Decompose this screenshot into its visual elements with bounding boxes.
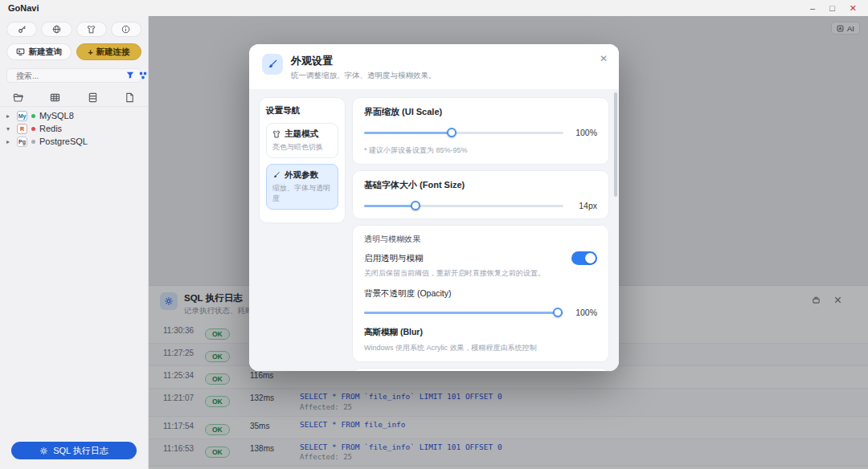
sidebar-tabs	[0, 88, 148, 107]
opacity-label: 背景不透明度 (Opacity)	[364, 288, 597, 300]
ui-scale-value: 100%	[573, 128, 597, 137]
tree-item-label: Redis	[39, 124, 62, 133]
postgresql-icon: Pg	[17, 137, 27, 147]
sidebar-footer: SQL 执行日志	[0, 435, 148, 469]
tree-item-label: MySQL8	[39, 111, 74, 120]
appearance-settings-modal: 外观设置 统一调整缩放、字体、透明度与模糊效果。 ✕ 设置导航 主题模式 亮色与…	[249, 44, 619, 371]
paintbrush-icon	[267, 59, 278, 70]
status-dot-connected	[31, 114, 35, 118]
font-size-card: 基础字体大小 (Font Size) 14px	[352, 170, 609, 219]
slider-thumb[interactable]	[411, 201, 420, 210]
opacity-value: 100%	[573, 308, 597, 317]
connection-tree: ▸ My MySQL8 ▾ R Redis ▸ Pg PostgreSQL	[0, 107, 148, 150]
nav-item-label: 主题模式	[285, 128, 318, 140]
caret-collapsed-icon[interactable]: ▸	[6, 138, 13, 145]
terminal-icon	[16, 47, 25, 56]
window-controls: – □ ✕	[810, 4, 868, 13]
new-query-button[interactable]: 新建查询	[6, 43, 72, 60]
ui-scale-label: 界面缩放 (UI Scale)	[364, 106, 597, 118]
enable-blur-desc: 关闭后保留当前阈值，重新开启时直接恢复之前的设置。	[364, 268, 597, 279]
opacity-slider[interactable]	[364, 312, 563, 314]
sidebar: 新建查询 + 新建连接 ▸ My My	[0, 16, 149, 469]
info-icon	[121, 25, 130, 34]
key-button[interactable]	[6, 22, 37, 37]
font-size-label: 基础字体大小 (Font Size)	[364, 179, 597, 191]
tree-item-postgresql[interactable]: ▸ Pg PostgreSQL	[0, 135, 148, 148]
tshirt-icon	[87, 25, 96, 34]
gear-icon	[39, 447, 48, 455]
font-size-value: 14px	[573, 201, 597, 210]
folder-tab-icon[interactable]	[13, 92, 23, 103]
plus-icon: +	[88, 47, 92, 57]
tree-item-redis[interactable]: ▾ R Redis	[0, 122, 148, 135]
modal-titles: 外观设置 统一调整缩放、字体、透明度与模糊效果。	[291, 54, 436, 81]
modal-body: 设置导航 主题模式 亮色与暗色切换 外观参数 缩放、字体与透明度	[249, 89, 619, 371]
table-display-card: 数据表显示 显示数据表竖向分隔线 仅作用于数据表页面 DataGrid，不影响其…	[352, 368, 609, 371]
modal-subtitle: 统一调整缩放、字体、透明度与模糊效果。	[291, 71, 436, 81]
sql-log-button[interactable]: SQL 执行日志	[11, 442, 137, 459]
new-connection-button[interactable]: + 新建连接	[76, 43, 141, 60]
info-button[interactable]	[111, 22, 141, 37]
effects-header: 透明与模糊效果	[364, 234, 597, 245]
app-window: GoNavi – □ ✕ 新建查询	[0, 0, 868, 469]
mysql-icon: My	[17, 111, 27, 121]
filter-icon[interactable]	[126, 71, 134, 80]
enable-blur-label: 启用透明与模糊	[364, 253, 424, 264]
table-tab-icon[interactable]	[50, 92, 60, 103]
effects-card: 透明与模糊效果 启用透明与模糊 关闭后保留当前阈值，重新开启时直接恢复之前的设置…	[352, 225, 609, 362]
status-dot-error	[31, 127, 35, 131]
modal-header: 外观设置 统一调整缩放、字体、透明度与模糊效果。 ✕	[249, 44, 619, 89]
minimize-button[interactable]: –	[810, 4, 815, 13]
tree-item-label: PostgreSQL	[39, 137, 88, 146]
new-connection-label: 新建连接	[96, 47, 130, 58]
modal-scrollbar[interactable]	[614, 92, 617, 197]
blur-desc: Windows 使用系统 Acrylic 效果，模糊程度由系统控制	[364, 343, 597, 353]
slider-thumb[interactable]	[553, 308, 563, 317]
list-tab-icon[interactable]	[88, 92, 98, 103]
ui-scale-note: * 建议小屏设备设置为 85%-95%	[364, 145, 597, 156]
paintbrush-icon	[272, 171, 280, 179]
key-icon	[18, 25, 27, 34]
modal-badge	[262, 54, 283, 75]
new-query-label: 新建查询	[29, 47, 63, 58]
tshirt-icon	[272, 130, 280, 138]
nav-item-desc: 亮色与暗色切换	[272, 142, 332, 153]
status-dot-idle	[31, 140, 35, 144]
ui-scale-card: 界面缩放 (UI Scale) 100% * 建议小屏设备设置为 85%-95%	[352, 97, 609, 165]
search-tools	[126, 71, 147, 80]
maximize-button[interactable]: □	[829, 4, 835, 13]
app-title: GoNavi	[0, 3, 39, 13]
nav-item-appearance-params[interactable]: 外观参数 缩放、字体与透明度	[266, 164, 338, 210]
sidebar-actions: 新建查询 + 新建连接	[0, 40, 148, 63]
nav-item-theme-mode[interactable]: 主题模式 亮色与暗色切换	[266, 123, 338, 158]
nav-item-desc: 缩放、字体与透明度	[272, 183, 332, 204]
redis-icon: R	[17, 124, 27, 134]
search-input[interactable]	[16, 71, 122, 80]
sidebar-toolbar	[0, 16, 148, 40]
globe-button[interactable]	[41, 22, 72, 37]
caret-expanded-icon[interactable]: ▾	[6, 125, 13, 133]
close-window-button[interactable]: ✕	[850, 4, 857, 13]
enable-blur-toggle[interactable]	[571, 251, 597, 265]
settings-nav: 设置导航 主题模式 亮色与暗色切换 外观参数 缩放、字体与透明度	[259, 97, 346, 223]
modal-close-icon[interactable]: ✕	[600, 54, 608, 63]
modal-title: 外观设置	[291, 54, 436, 68]
theme-button[interactable]	[76, 22, 107, 37]
settings-content: 界面缩放 (UI Scale) 100% * 建议小屏设备设置为 85%-95%…	[352, 97, 609, 361]
nav-item-label: 外观参数	[285, 169, 318, 181]
ui-scale-slider[interactable]	[364, 132, 563, 134]
slider-thumb[interactable]	[447, 128, 457, 137]
settings-nav-header: 设置导航	[266, 105, 338, 116]
caret-collapsed-icon[interactable]: ▸	[6, 112, 13, 120]
file-tab-icon[interactable]	[125, 92, 135, 103]
search-bar	[6, 68, 141, 83]
group-icon[interactable]	[139, 71, 147, 80]
font-size-slider[interactable]	[364, 205, 563, 207]
titlebar: GoNavi – □ ✕	[0, 0, 868, 16]
sql-log-button-label: SQL 执行日志	[53, 445, 108, 457]
globe-icon	[52, 25, 61, 34]
blur-label: 高斯模糊 (Blur)	[364, 327, 597, 338]
tree-item-mysql8[interactable]: ▸ My MySQL8	[0, 109, 148, 122]
